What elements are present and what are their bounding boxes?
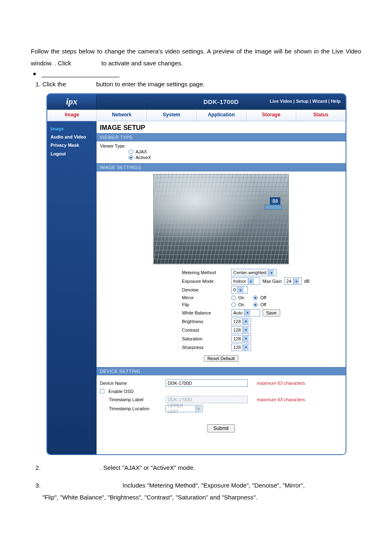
- panel-header: ipx DDK-1700D Live Video | Setup | Wizar…: [47, 94, 346, 110]
- row-saturation: Saturation 128 ▾: [133, 335, 310, 342]
- device-name-input[interactable]: DDK-1700D: [166, 379, 248, 387]
- viewer-type-label: Viewer Type: [100, 143, 342, 149]
- contrast-value: 128: [233, 327, 241, 333]
- tab-status[interactable]: Status: [296, 110, 346, 121]
- metering-label: Metering Method: [182, 270, 227, 275]
- viewer-activex-row[interactable]: ActiveX: [129, 155, 342, 160]
- chevron-down-icon: ▾: [242, 336, 249, 342]
- reset-default-button[interactable]: Reset Default: [204, 355, 239, 362]
- row-whitebalance: White Balance Auto ▾ Save: [133, 309, 310, 317]
- intro-tail: to activate and save changes.: [101, 60, 183, 67]
- row-flip: Flip On Off: [133, 302, 310, 307]
- tab-image[interactable]: Image: [47, 110, 97, 121]
- chevron-down-icon: ▾: [244, 310, 250, 316]
- sidebar-item-privacy[interactable]: Privacy Mask: [50, 141, 94, 149]
- row-exposure: Exposure Mode Indoor ▾ Max Gain: [133, 277, 310, 285]
- exposure-label: Exposure Mode: [182, 278, 227, 284]
- sharpness-select[interactable]: 128 ▾: [231, 344, 251, 351]
- step-2: . Select "AJAX" or "ActiveX" mode.: [42, 462, 361, 474]
- step1-suffix: button to enter the image settings page.: [96, 81, 205, 88]
- wb-label: White Balance: [182, 310, 227, 316]
- step1-prefix: Click the: [42, 81, 66, 88]
- tab-system[interactable]: System: [147, 110, 196, 121]
- denoise-select[interactable]: 0 ▾: [231, 286, 248, 294]
- screenshot-panel-wrap: ipx DDK-1700D Live Video | Setup | Wizar…: [46, 93, 361, 455]
- steps-list: Click the button to enter the image sett…: [31, 78, 361, 504]
- flip-label: Flip: [182, 302, 227, 307]
- device-block: Device Name DDK-1700D maximum 63 charact…: [97, 375, 346, 416]
- sidebar-item-audiovideo[interactable]: Audio and Video: [50, 133, 94, 141]
- wb-save-button[interactable]: Save: [263, 309, 280, 317]
- sharpness-value: 128: [233, 344, 241, 350]
- step3-text-a: Includes "Metering Method", "Exposure Mo…: [122, 482, 305, 489]
- sidebar: Image Audio and Video Privacy Mask Logou…: [47, 121, 97, 454]
- flip-on-label: On: [238, 302, 244, 307]
- tab-application[interactable]: Application: [197, 110, 247, 121]
- ts-loc-label: Timestamp Location: [109, 406, 161, 411]
- submit-button[interactable]: Submit: [207, 424, 235, 432]
- brightness-select[interactable]: 128 ▾: [231, 318, 251, 325]
- brightness-label: Brightness: [182, 319, 227, 324]
- chevron-down-icon: ▾: [293, 278, 299, 284]
- radio-ajax-label: AJAX: [136, 149, 147, 155]
- max-gain-select[interactable]: 24 ▾: [284, 277, 302, 285]
- step2-text: . Select "AJAX" or "ActiveX" mode.: [100, 464, 195, 471]
- device-name-value: DDK-1700D: [168, 380, 192, 386]
- chevron-down-icon: ▾: [268, 270, 274, 275]
- enable-osd-checkbox[interactable]: [100, 389, 104, 393]
- logo-area: ipx: [47, 94, 97, 110]
- row-metering: Metering Method Center-weighted ▾: [133, 269, 310, 276]
- section-device-setting: DEVICE SETTING: [97, 367, 346, 375]
- section-viewer-type: VIEWER TYPE: [97, 133, 346, 141]
- contrast-select[interactable]: 128 ▾: [231, 326, 251, 334]
- saturation-label: Saturation: [182, 336, 227, 342]
- preview-badge-sub: [265, 205, 282, 210]
- metering-value: Center-weighted: [233, 270, 267, 275]
- viewer-ajax-row[interactable]: AJAX: [129, 149, 342, 155]
- bullet-row: [31, 71, 361, 77]
- content-area: IMAGE SETUP VIEWER TYPE Viewer Type AJAX…: [97, 121, 346, 454]
- sidebar-item-image[interactable]: Image: [50, 125, 94, 133]
- row-contrast: Contrast 128 ▾: [133, 326, 310, 334]
- row-sharpness: Sharpness 128 ▾: [133, 344, 310, 351]
- row-ts-location: Timestamp Location UPPER LEFT ▾: [109, 405, 342, 412]
- wb-select[interactable]: Auto ▾: [231, 309, 260, 317]
- chevron-down-icon: ▾: [248, 278, 254, 284]
- device-name-label: Device Name: [100, 380, 161, 386]
- denoise-value: 0: [233, 287, 236, 293]
- row-denoise: Denoise 0 ▾: [133, 286, 310, 294]
- mirror-label: Mirror: [182, 295, 227, 300]
- mirror-off-radio[interactable]: [253, 296, 258, 300]
- logo: ipx: [66, 96, 77, 108]
- image-settings-grid: Metering Method Center-weighted ▾: [133, 264, 310, 367]
- top-nav-links[interactable]: Live Video | Setup | Wizard | Help: [270, 98, 341, 104]
- preview-area: D3 Metering Method Center-weighted: [97, 171, 346, 367]
- chevron-down-icon: ▾: [196, 406, 201, 411]
- page-heading: IMAGE SETUP: [97, 121, 346, 133]
- main-tabs: Image Network System Application Storage…: [47, 110, 346, 121]
- intro-text: Follow the steps below to change the cam…: [31, 48, 361, 67]
- sidebar-item-logout[interactable]: Logout: [50, 150, 94, 158]
- radio-ajax[interactable]: [129, 150, 133, 154]
- live-preview: D3: [153, 174, 289, 264]
- row-ts-label: Timestamp Label DDK-1700D maximum 63 cha…: [109, 396, 342, 403]
- max-gain-label: Max Gain: [263, 278, 282, 284]
- flip-on-radio[interactable]: [231, 303, 236, 307]
- max-gain-unit: dB: [304, 278, 309, 284]
- tab-storage[interactable]: Storage: [247, 110, 296, 121]
- row-device-name: Device Name DDK-1700D maximum 63 charact…: [100, 379, 342, 387]
- max-gain-value: 24: [286, 278, 291, 284]
- tab-network[interactable]: Network: [97, 110, 147, 121]
- metering-select[interactable]: Center-weighted ▾: [231, 269, 277, 276]
- brightness-value: 128: [233, 319, 241, 324]
- preview-badge: D3: [270, 197, 280, 205]
- ts-label-input: DDK-1700D: [166, 396, 248, 403]
- ts-loc-select: UPPER LEFT ▾: [166, 405, 203, 412]
- section-image-settings: IMAGE SETTINGS: [97, 163, 346, 171]
- flip-off-radio[interactable]: [253, 303, 258, 307]
- mirror-on-radio[interactable]: [231, 296, 236, 300]
- radio-activex[interactable]: [129, 155, 133, 160]
- exposure-select[interactable]: Indoor ▾: [231, 277, 260, 285]
- saturation-select[interactable]: 128 ▾: [231, 335, 251, 342]
- row-enable-osd: Enable OSD: [100, 388, 342, 394]
